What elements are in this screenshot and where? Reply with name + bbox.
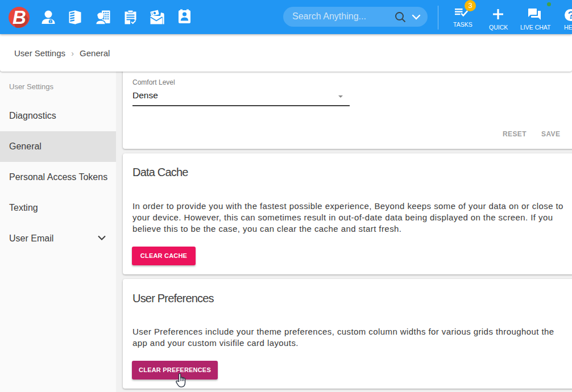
svg-text:B: B (13, 7, 26, 28)
svg-text:?: ? (567, 9, 572, 21)
